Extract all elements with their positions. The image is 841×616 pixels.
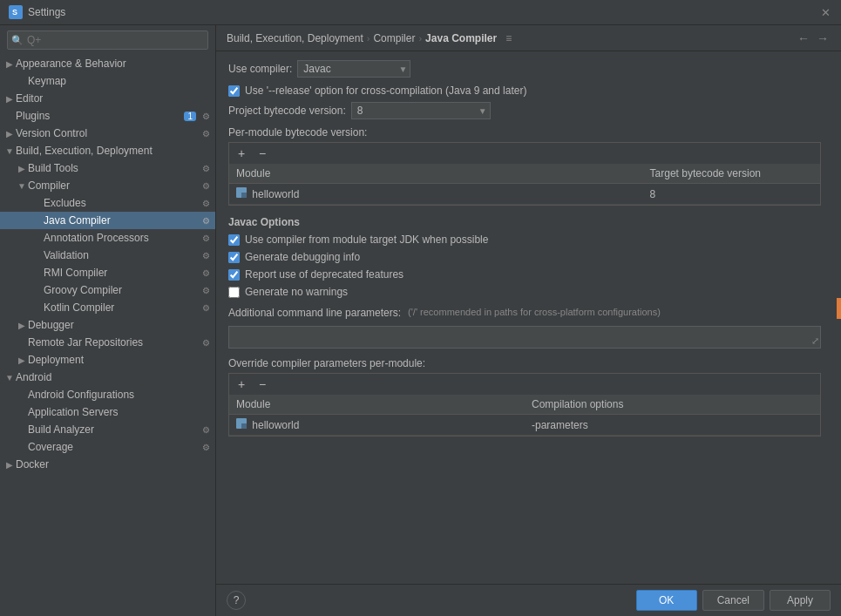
sidebar-item-version-control[interactable]: ▶ Version Control ⚙ <box>0 125 215 142</box>
sidebar-label-build-analyzer: Build Analyzer <box>28 423 198 436</box>
use-compiler-row: Use compiler: Javac ▼ <box>228 60 829 78</box>
breadcrumb-nav: ← → <box>796 31 831 45</box>
report-deprecated-checkbox[interactable] <box>228 269 240 281</box>
sidebar-label-keymap: Keymap <box>28 75 212 87</box>
expand-arrow-android: ▼ <box>3 373 16 382</box>
kotlin-settings-icon: ⚙ <box>200 301 212 314</box>
sidebar-label-android-config: Android Configurations <box>28 389 212 401</box>
sidebar-item-android[interactable]: ▼ Android <box>0 369 215 386</box>
coverage-settings-icon: ⚙ <box>200 441 212 453</box>
release-option-checkbox[interactable] <box>228 85 240 97</box>
sidebar-item-validation[interactable]: Validation ⚙ <box>0 247 215 264</box>
generate-debug-checkbox[interactable] <box>228 252 240 263</box>
per-module-label-row: Per-module bytecode version: <box>228 126 829 139</box>
sidebar-item-appearance[interactable]: ▶ Appearance & Behavior <box>0 55 215 72</box>
notification-tab[interactable] <box>837 298 841 319</box>
sidebar-item-build-tools[interactable]: ▶ Build Tools ⚙ <box>0 159 215 177</box>
sidebar-item-editor[interactable]: ▶ Editor <box>0 90 215 107</box>
javac-options-title: Javac Options <box>228 216 829 228</box>
remove-override-button[interactable]: − <box>254 376 271 393</box>
override-table: Module Compilation options <box>229 395 820 436</box>
sidebar-label-build-tools: Build Tools <box>28 162 198 174</box>
expand-arrow-deployment: ▶ <box>16 355 28 365</box>
release-option-label: Use '--release' option for cross-compila… <box>245 85 526 97</box>
ok-button[interactable]: OK <box>636 590 697 611</box>
override-compiler-label: Override compiler parameters per-module: <box>228 357 425 369</box>
help-button[interactable]: ? <box>227 591 246 610</box>
bytecode-combo-wrap: 8 ▼ <box>351 102 491 119</box>
sidebar-tree: ▶ Appearance & Behavior Keymap ▶ Editor … <box>0 55 215 616</box>
additional-cmd-input-wrap: ⤢ <box>228 326 821 349</box>
sidebar-item-plugins[interactable]: Plugins 1 ⚙ <box>0 107 215 125</box>
main-content: 🔍 ▶ Appearance & Behavior Keymap ▶ Edito… <box>0 25 841 616</box>
sidebar-label-rmi: RMI Compiler <box>44 267 198 279</box>
sidebar-item-android-config[interactable]: Android Configurations <box>0 386 215 403</box>
per-module-table: Module Target bytecode version <box>229 164 820 205</box>
use-compiler-label: Use compiler: <box>228 63 292 75</box>
sidebar-label-android: Android <box>16 371 212 383</box>
app-icon: S <box>9 5 23 19</box>
breadcrumb-part-3[interactable]: Java Compiler <box>425 32 497 44</box>
remove-module-button[interactable]: − <box>254 145 271 162</box>
sidebar-label-appearance: Appearance & Behavior <box>16 58 212 70</box>
generate-no-warnings-label: Generate no warnings <box>245 286 348 298</box>
search-input[interactable] <box>7 30 208 50</box>
sidebar-label-debugger: Debugger <box>28 319 212 331</box>
expand-arrow-appearance: ▶ <box>3 59 16 69</box>
cancel-button[interactable]: Cancel <box>702 590 764 611</box>
build-tools-settings-icon: ⚙ <box>200 162 212 174</box>
sidebar-item-compiler[interactable]: ▼ Compiler ⚙ <box>0 177 215 194</box>
compiler-settings-icon: ⚙ <box>200 179 212 192</box>
sidebar-item-debugger[interactable]: ▶ Debugger <box>0 316 215 334</box>
breadcrumb-part-1[interactable]: Build, Execution, Deployment <box>227 32 363 44</box>
sidebar: 🔍 ▶ Appearance & Behavior Keymap ▶ Edito… <box>0 25 216 616</box>
override-toolbar: + − <box>229 374 820 395</box>
sidebar-item-java-compiler[interactable]: Java Compiler ⚙ <box>0 212 215 229</box>
nav-forward-button[interactable]: → <box>815 31 831 45</box>
sidebar-item-coverage[interactable]: Coverage ⚙ <box>0 438 215 456</box>
use-compiler-select[interactable]: Javac <box>297 60 410 78</box>
breadcrumb-part-2[interactable]: Compiler <box>373 32 415 44</box>
sidebar-item-keymap[interactable]: Keymap <box>0 72 215 90</box>
expand-arrow-editor: ▶ <box>3 94 16 104</box>
generate-debug-label: Generate debugging info <box>245 251 360 263</box>
additional-cmd-row: Additional command line parameters: ('/'… <box>228 303 829 319</box>
generate-no-warnings-row: Generate no warnings <box>228 286 829 298</box>
breadcrumb-bar: Build, Execution, Deployment › Compiler … <box>216 25 841 51</box>
release-option-row: Use '--release' option for cross-compila… <box>228 85 829 97</box>
sidebar-label-compiler: Compiler <box>28 179 198 192</box>
sidebar-item-build-analyzer[interactable]: Build Analyzer ⚙ <box>0 421 215 438</box>
version-col-header: Target bytecode version <box>643 164 820 184</box>
override-module-col: Module <box>229 395 525 415</box>
add-module-button[interactable]: + <box>233 145 250 162</box>
apply-button[interactable]: Apply <box>770 590 831 611</box>
add-override-button[interactable]: + <box>233 376 250 393</box>
sidebar-label-docker: Docker <box>16 458 212 470</box>
expand-input-button[interactable]: ⤢ <box>811 335 819 347</box>
sidebar-item-deployment[interactable]: ▶ Deployment <box>0 351 215 369</box>
sidebar-item-kotlin-compiler[interactable]: Kotlin Compiler ⚙ <box>0 299 215 316</box>
plugins-badge: 1 <box>184 112 196 121</box>
panel-content: Use compiler: Javac ▼ Use '--release' op… <box>216 51 841 584</box>
sidebar-item-app-servers[interactable]: Application Servers <box>0 403 215 421</box>
use-compiler-option-row: Use compiler from module target JDK when… <box>228 234 829 246</box>
nav-back-button[interactable]: ← <box>796 31 811 45</box>
groovy-settings-icon: ⚙ <box>200 284 212 296</box>
window-title: Settings <box>28 6 65 18</box>
sidebar-item-remote-jar[interactable]: Remote Jar Repositories ⚙ <box>0 334 215 351</box>
sidebar-item-annotation[interactable]: Annotation Processors ⚙ <box>0 229 215 247</box>
sidebar-label-build: Build, Execution, Deployment <box>16 145 212 157</box>
sidebar-item-excludes[interactable]: Excludes ⚙ <box>0 194 215 212</box>
generate-no-warnings-checkbox[interactable] <box>228 287 240 298</box>
sidebar-item-docker[interactable]: ▶ Docker <box>0 456 215 473</box>
sidebar-item-rmi-compiler[interactable]: RMI Compiler ⚙ <box>0 264 215 281</box>
search-icon: 🔍 <box>11 35 24 46</box>
use-compiler-option-checkbox[interactable] <box>228 234 240 246</box>
sidebar-item-build-execution[interactable]: ▼ Build, Execution, Deployment <box>0 142 215 159</box>
bytecode-select[interactable]: 8 <box>351 102 491 119</box>
close-button[interactable]: ✕ <box>818 5 832 19</box>
sidebar-item-groovy-compiler[interactable]: Groovy Compiler ⚙ <box>0 281 215 299</box>
breadcrumb-sep-1: › <box>367 33 370 44</box>
override-compiler-label-row: Override compiler parameters per-module: <box>228 357 829 369</box>
additional-cmd-input[interactable] <box>228 326 821 349</box>
